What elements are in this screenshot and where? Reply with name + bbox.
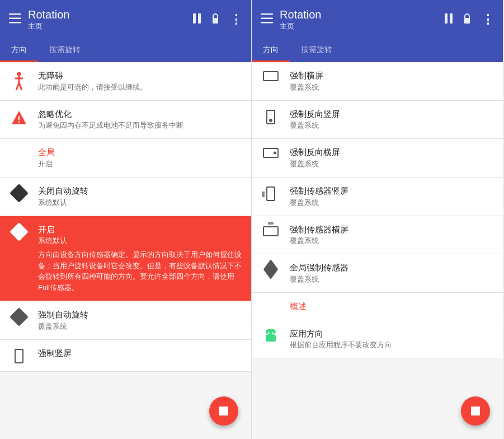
force-sensor-landscape-title: 强制传感器横屏	[290, 224, 494, 235]
auto-rotate-off-item[interactable]: 关闭自动旋转 系统默认	[0, 178, 251, 216]
global-text: 全局 开启	[38, 147, 242, 169]
full-sensor-item[interactable]: 全局强制传感器 覆盖系统	[252, 254, 503, 293]
rotate-shape	[10, 307, 29, 326]
left-pause-icon[interactable]	[193, 13, 201, 26]
svg-rect-0	[9, 13, 21, 15]
force-landscape-item[interactable]: 强制横屏 覆盖系统	[252, 62, 503, 101]
force-auto-rotate-title: 强制自动旋转	[38, 309, 242, 320]
force-sensor-portrait-text: 强制传感器竖屏 覆盖系统	[290, 185, 494, 208]
left-fab[interactable]	[209, 396, 238, 426]
svg-rect-16	[261, 22, 273, 24]
svg-point-23	[272, 332, 274, 334]
global-item[interactable]: 全局 开启	[0, 139, 251, 178]
force-sensor-portrait-item[interactable]: 强制传感器竖屏 覆盖系统	[252, 178, 503, 216]
rev-landscape-shape	[263, 148, 279, 158]
overview-title: 概述	[290, 301, 494, 312]
rev-portrait-icon	[261, 110, 281, 124]
app-direction-item[interactable]: 应用方向 根据前台应用程序不要改变方向	[252, 320, 503, 359]
force-rev-portrait-text: 强制反向竖屏 覆盖系统	[290, 109, 494, 131]
accessible-subtitle: 此功能是可选的，请接受以继续。	[38, 82, 242, 92]
right-content: 强制横屏 覆盖系统 强制反向竖屏 覆盖系统	[252, 62, 503, 437]
right-lock-icon[interactable]	[463, 13, 472, 27]
auto-rotate-on-desc: 方向由设备方向传感器确定。显示的方向取决于用户如何握住设备；当用户旋转设备时它会…	[38, 249, 242, 293]
svg-rect-5	[213, 18, 218, 24]
full-sensor-shape	[263, 260, 279, 279]
left-tab-direction[interactable]: 方向	[0, 39, 38, 62]
force-rev-portrait-item[interactable]: 强制反向竖屏 覆盖系统	[252, 101, 503, 139]
force-portrait-item[interactable]: 强制竖屏	[0, 340, 251, 372]
left-toolbar-icons: ⋮	[193, 12, 242, 27]
svg-rect-14	[261, 13, 273, 15]
right-toolbar-title: Rotation 主页	[280, 8, 438, 31]
app-direction-text: 应用方向 根据前台应用程序不要改变方向	[290, 328, 494, 351]
left-sub-title: 主页	[28, 21, 186, 31]
sensor-portrait-shape	[265, 186, 276, 202]
rev-landscape-icon	[261, 148, 281, 158]
svg-point-22	[268, 332, 270, 334]
rev-portrait-shape	[266, 110, 275, 124]
right-hamburger-icon[interactable]	[261, 13, 273, 26]
svg-point-6	[17, 72, 21, 76]
force-rev-landscape-text: 强制反向横屏 覆盖系统	[290, 147, 494, 169]
left-panel: Rotation 主页 ⋮	[0, 0, 252, 439]
force-landscape-title: 强制横屏	[290, 70, 494, 81]
ignore-optimize-subtitle: 为避免因内存不足或电池不足而导致服务中断	[38, 120, 242, 130]
force-auto-rotate-text: 强制自动旋转 覆盖系统	[38, 309, 242, 331]
svg-rect-21	[266, 335, 276, 342]
ignore-optimize-item[interactable]: ! 忽略优化 为避免因内存不足或电池不足而导致服务中断	[0, 101, 251, 139]
svg-rect-13	[219, 407, 228, 415]
force-rev-landscape-subtitle: 覆盖系统	[290, 159, 494, 169]
svg-rect-17	[445, 13, 448, 24]
force-sensor-landscape-text: 强制传感器横屏 覆盖系统	[290, 224, 494, 246]
svg-rect-19	[464, 18, 470, 24]
auto-rotate-on-text: 开启 系统默认 方向由设备方向传感器确定。显示的方向取决于用户如何握住设备；当用…	[38, 224, 242, 293]
portrait-shape	[15, 349, 23, 363]
svg-rect-4	[198, 13, 201, 24]
left-content: 无障碍 此功能是可选的，请接受以继续。 ! 忽略优化 为避免因内存不足或电池不足…	[0, 62, 251, 437]
left-lock-icon[interactable]	[211, 13, 220, 27]
landscape-shape	[263, 71, 279, 81]
force-auto-rotate-item[interactable]: 强制自动旋转 覆盖系统	[0, 301, 251, 340]
landscape-icon	[261, 71, 281, 81]
svg-point-20	[266, 329, 276, 335]
left-tab-ondemand[interactable]: 按需旋转	[38, 39, 92, 62]
left-toolbar-title: Rotation 主页	[28, 8, 186, 31]
force-sensor-portrait-title: 强制传感器竖屏	[290, 185, 494, 197]
sensor-landscape-shape	[262, 225, 279, 237]
accessible-item[interactable]: 无障碍 此功能是可选的，请接受以继续。	[0, 62, 251, 101]
force-rev-landscape-item[interactable]: 强制反向横屏 覆盖系统	[252, 139, 503, 178]
force-auto-rotate-subtitle: 覆盖系统	[38, 321, 242, 331]
right-app-name: Rotation	[280, 8, 438, 21]
right-more-icon[interactable]: ⋮	[482, 12, 494, 27]
auto-rotate-on-item[interactable]: 开启 系统默认 方向由设备方向传感器确定。显示的方向取决于用户如何握住设备；当用…	[0, 216, 251, 302]
ignore-optimize-title: 忽略优化	[38, 109, 242, 120]
svg-rect-26	[471, 407, 480, 415]
sensor-landscape-icon	[261, 225, 281, 237]
rotate-icon	[9, 310, 29, 324]
global-title: 全局	[38, 147, 242, 158]
auto-rotate-off-title: 关闭自动旋转	[38, 185, 242, 197]
app-direction-subtitle: 根据前台应用程序不要改变方向	[290, 340, 494, 350]
right-tab-direction[interactable]: 方向	[252, 39, 290, 62]
full-sensor-icon	[261, 263, 281, 275]
android-icon	[261, 329, 281, 345]
overview-item[interactable]: 概述	[252, 293, 503, 320]
right-tabs: 方向 按需旋转	[252, 39, 503, 62]
diamond-red-icon	[9, 225, 29, 239]
accessible-text: 无障碍 此功能是可选的，请接受以继续。	[38, 70, 242, 92]
svg-rect-18	[450, 13, 453, 24]
force-portrait-title: 强制竖屏	[38, 348, 242, 359]
left-tabs: 方向 按需旋转	[0, 39, 251, 62]
left-hamburger-icon[interactable]	[9, 13, 21, 26]
left-toolbar: Rotation 主页 ⋮	[0, 0, 251, 39]
left-app-name: Rotation	[28, 8, 186, 21]
full-sensor-text: 全局强制传感器 覆盖系统	[290, 262, 494, 284]
force-rev-portrait-subtitle: 覆盖系统	[290, 120, 494, 130]
right-fab[interactable]	[461, 396, 490, 426]
right-tab-ondemand[interactable]: 按需旋转	[290, 39, 343, 62]
force-sensor-landscape-item[interactable]: 强制传感器横屏 覆盖系统	[252, 216, 503, 255]
left-more-icon[interactable]: ⋮	[230, 12, 242, 27]
accessible-title: 无障碍	[38, 70, 242, 81]
accessible-icon	[9, 71, 29, 91]
right-pause-icon[interactable]	[445, 13, 453, 26]
